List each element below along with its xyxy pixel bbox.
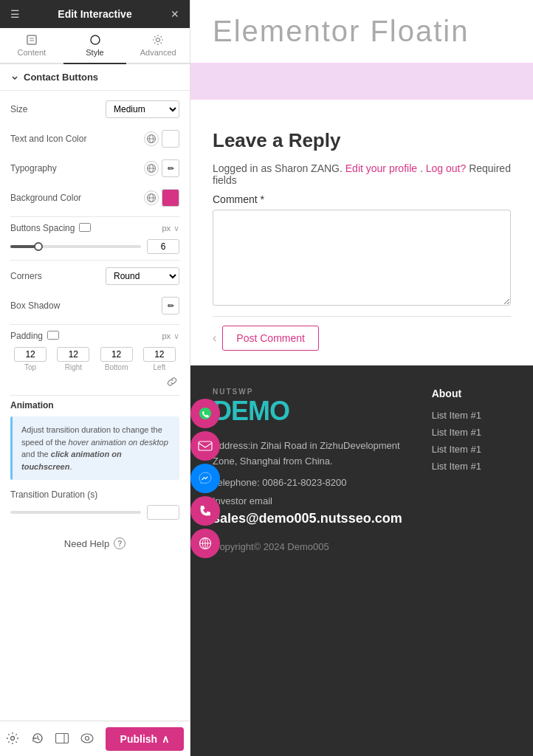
padding-bottom-label: Bottom bbox=[105, 363, 128, 371]
padding-right-cell: Right bbox=[53, 347, 93, 371]
footer-email: sales@demo005.nutsseo.com bbox=[213, 511, 402, 526]
help-icon[interactable]: ? bbox=[114, 537, 125, 549]
link-icon[interactable] bbox=[165, 374, 179, 389]
footer-list-item-4: List Item #1 bbox=[432, 461, 520, 472]
typography-edit-btn[interactable]: ✏ bbox=[162, 159, 179, 177]
settings-btn[interactable] bbox=[6, 732, 19, 746]
padding-bottom-input[interactable] bbox=[100, 347, 133, 362]
transition-input[interactable] bbox=[147, 505, 179, 520]
logged-in-text: Logged in as Sharon ZANG. Edit your prof… bbox=[213, 162, 511, 186]
eye-btn[interactable] bbox=[80, 733, 94, 745]
box-shadow-edit-btn[interactable]: ✏ bbox=[162, 297, 179, 315]
tab-advanced[interactable]: Advanced bbox=[126, 28, 190, 64]
tab-advanced-label: Advanced bbox=[140, 48, 176, 57]
buttons-spacing-slider-container bbox=[10, 239, 179, 254]
responsive-btn[interactable] bbox=[55, 733, 69, 745]
footer-logo-text: DEMO bbox=[213, 396, 402, 427]
tab-content[interactable]: Content bbox=[0, 28, 63, 64]
transition-duration-label: Transition Duration (s) bbox=[10, 489, 97, 500]
publish-button[interactable]: Publish ∧ bbox=[106, 727, 185, 751]
divider-3 bbox=[10, 324, 179, 325]
hamburger-icon[interactable]: ☰ bbox=[7, 7, 22, 21]
pink-bar bbox=[190, 63, 533, 100]
animation-header: Animation bbox=[10, 400, 179, 410]
buttons-spacing-slider[interactable] bbox=[10, 245, 141, 248]
globe-float-btn[interactable] bbox=[190, 529, 220, 558]
phone-btn[interactable] bbox=[190, 496, 220, 526]
contact-buttons-section-header[interactable]: Contact Buttons bbox=[0, 64, 190, 91]
email-btn[interactable] bbox=[190, 431, 220, 461]
buttons-spacing-responsive-icon[interactable] bbox=[79, 221, 91, 235]
footer-about: About List Item #1 List Item #1 List Ite… bbox=[432, 388, 520, 526]
typography-globe-icon[interactable] bbox=[144, 161, 159, 176]
info-text-2: and the bbox=[21, 450, 51, 458]
buttons-spacing-unit[interactable]: px ∨ bbox=[162, 224, 179, 233]
corners-field: Corners Round Square Circle bbox=[10, 265, 179, 287]
footer-copyright: Copyright© 2024 Demo005 bbox=[213, 541, 511, 552]
padding-unit[interactable]: px ∨ bbox=[162, 331, 179, 341]
whatsapp-btn[interactable] bbox=[190, 399, 220, 428]
transition-slider[interactable] bbox=[10, 511, 141, 514]
elementor-title: Elementor Floatin bbox=[213, 15, 511, 48]
tab-content-label: Content bbox=[18, 48, 47, 57]
padding-top-cell: Top bbox=[10, 347, 50, 371]
padding-top-label: Top bbox=[24, 363, 36, 371]
footer-list-item-2: List Item #1 bbox=[432, 427, 520, 438]
log-out-link[interactable]: Log out? bbox=[426, 162, 467, 174]
back-chevron-icon[interactable]: ‹ bbox=[213, 331, 216, 345]
padding-left-input[interactable] bbox=[143, 347, 176, 362]
globe-icon[interactable] bbox=[144, 131, 159, 146]
leave-reply-title: Leave a Reply bbox=[213, 129, 511, 152]
footer-about-list: List Item #1 List Item #1 List Item #1 L… bbox=[432, 410, 520, 472]
padding-right-input[interactable] bbox=[57, 347, 89, 362]
svg-point-16 bbox=[10, 736, 14, 740]
size-label: Size bbox=[10, 104, 106, 114]
size-field: Size Medium Small Large bbox=[10, 98, 179, 120]
info-text-3: . bbox=[69, 462, 72, 471]
right-content: Elementor Floatin Leave a Reply Logged i… bbox=[190, 0, 533, 756]
footer-list-item-3: List Item #1 bbox=[432, 444, 520, 455]
footer-tel: Telephone: 0086-21-8023-8200 bbox=[213, 477, 402, 488]
padding-grid: Top Right Bottom Left bbox=[10, 347, 179, 371]
background-globe-icon[interactable] bbox=[144, 190, 159, 205]
history-btn[interactable] bbox=[31, 732, 44, 746]
logged-in-as: Logged in as Sharon ZANG. bbox=[213, 162, 343, 174]
padding-bottom-cell: Bottom bbox=[97, 347, 137, 371]
divider-2 bbox=[10, 260, 179, 261]
corners-select[interactable]: Round Square Circle bbox=[106, 267, 179, 285]
svg-point-4 bbox=[157, 38, 160, 42]
contact-buttons-label: Contact Buttons bbox=[24, 72, 98, 83]
buttons-spacing-input[interactable] bbox=[147, 239, 179, 254]
buttons-spacing-fill bbox=[10, 245, 36, 248]
close-icon[interactable]: ✕ bbox=[168, 7, 182, 21]
text-icon-color-field: Text and Icon Color bbox=[10, 128, 179, 150]
corners-control: Round Square Circle bbox=[106, 267, 179, 285]
typography-control: ✏ bbox=[144, 159, 179, 177]
padding-top-input[interactable] bbox=[14, 347, 47, 362]
tab-style[interactable]: Style bbox=[63, 28, 127, 64]
svg-rect-17 bbox=[56, 733, 69, 743]
svg-rect-14 bbox=[80, 224, 91, 232]
footer-section: NUTSWP DEMO Address:in Zihai Road in Ziz… bbox=[190, 365, 533, 756]
background-color-swatch[interactable] bbox=[162, 189, 179, 207]
padding-responsive-icon[interactable] bbox=[47, 329, 59, 343]
transition-row bbox=[10, 505, 179, 520]
messenger-btn[interactable] bbox=[190, 464, 220, 493]
svg-rect-15 bbox=[48, 331, 59, 340]
edit-profile-link[interactable]: Edit your profile bbox=[345, 162, 417, 174]
footer-list-item-1: List Item #1 bbox=[432, 410, 520, 421]
text-icon-color-control bbox=[144, 130, 179, 148]
divider-4 bbox=[10, 395, 179, 396]
post-comment-button[interactable]: Post Comment bbox=[222, 326, 319, 351]
publish-label: Publish bbox=[120, 733, 158, 745]
footer-logo-nutswp: NUTSWP bbox=[213, 388, 402, 396]
buttons-spacing-thumb[interactable] bbox=[34, 242, 43, 251]
size-select[interactable]: Medium Small Large bbox=[106, 100, 179, 118]
tab-style-label: Style bbox=[86, 48, 103, 57]
text-icon-color-swatch[interactable] bbox=[162, 130, 179, 148]
contact-buttons-body: Size Medium Small Large Text and Icon Co… bbox=[0, 91, 190, 527]
comment-label: Comment * bbox=[213, 193, 511, 205]
leave-reply-section: Leave a Reply Logged in as Sharon ZANG. … bbox=[190, 114, 533, 365]
need-help[interactable]: Need Help ? bbox=[0, 527, 190, 560]
comment-textarea[interactable] bbox=[213, 210, 511, 306]
